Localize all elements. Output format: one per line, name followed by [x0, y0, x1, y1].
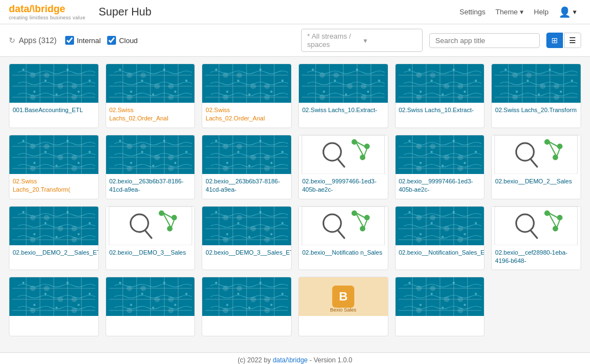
svg-point-152 [55, 165, 57, 167]
app-card[interactable]: 02.Swiss Lachs_02.Order_Anal [106, 64, 196, 128]
app-card[interactable] [9, 277, 99, 336]
cloud-checkbox[interactable] [107, 36, 116, 45]
svg-point-351 [55, 307, 57, 309]
svg-point-106 [475, 80, 477, 82]
svg-point-65 [271, 91, 273, 93]
app-label: 02.bexio__DEMO_2__Sales_ETL [9, 245, 98, 265]
internal-filter[interactable]: Internal [65, 36, 101, 45]
app-card[interactable]: 001.BaseAccounting_ETL [9, 64, 99, 128]
svg-point-153 [77, 162, 80, 164]
app-card[interactable]: 02.bexio__DEMO_2__Sales_ETL [9, 206, 99, 271]
svg-point-258 [55, 236, 57, 238]
top-navigation: data/\bridge creating limitless business… [0, 0, 590, 24]
app-thumbnail [492, 135, 581, 174]
svg-point-201 [352, 140, 356, 144]
svg-point-234 [554, 155, 558, 160]
app-thumbnail [299, 207, 388, 245]
svg-point-364 [140, 286, 146, 291]
svg-point-350 [33, 304, 35, 306]
footer-link[interactable]: data/\bridge [273, 356, 308, 364]
svg-point-38 [141, 80, 143, 82]
filter-bar: ↻ Apps (312) Internal Cloud * All stream… [0, 24, 590, 57]
app-card[interactable]: 02.Swiss Lachs_10.Extract- [395, 64, 485, 128]
app-label: 02.bexio__Notification_Sales_ETL [396, 245, 484, 265]
svg-point-11 [44, 72, 49, 78]
app-card[interactable]: 02.bexio__DEMO_3__Sales_ETL [202, 206, 292, 271]
svg-point-296 [360, 226, 365, 231]
theme-button[interactable]: Theme ▾ [491, 6, 528, 18]
app-card[interactable] [395, 277, 485, 336]
internal-checkbox[interactable] [65, 36, 74, 45]
svg-point-87 [367, 91, 369, 93]
app-card[interactable]: 02.Swiss Lachs_20.Transform [491, 64, 581, 128]
svg-rect-260 [109, 207, 192, 245]
svg-point-104 [430, 80, 433, 82]
app-label [202, 316, 291, 336]
app-card[interactable]: B Bexio Sales [298, 277, 388, 336]
svg-point-315 [408, 211, 410, 213]
svg-point-172 [185, 151, 187, 153]
svg-point-289 [249, 236, 251, 238]
svg-point-197 [271, 162, 273, 164]
app-label: 02.bexio__DEMO_3__Sales_ETL [202, 245, 291, 265]
app-thumbnail [396, 207, 484, 245]
apps-grid-container[interactable]: 001.BaseAccounting_ETL [0, 57, 590, 352]
theme-label: Theme [496, 8, 518, 16]
streams-dropdown[interactable]: * All streams / spaces ▾ [301, 29, 423, 52]
svg-point-121 [526, 72, 532, 78]
app-card[interactable]: 02.bexio__263b6b37-8186-41cd-a9ea- [202, 135, 292, 199]
settings-link[interactable]: Settings [454, 6, 491, 18]
svg-point-418 [452, 282, 455, 284]
svg-point-319 [419, 233, 422, 235]
svg-point-259 [77, 233, 80, 235]
app-card[interactable]: 02.bexio__cef28980-1eba-4196-b648- [491, 206, 581, 271]
refresh-icon[interactable]: ↻ [9, 36, 15, 45]
svg-point-325 [545, 211, 550, 215]
app-card[interactable]: 02.Swiss Lachs_02.Order_Anal [202, 64, 292, 128]
list-view-button[interactable]: ☰ [564, 33, 581, 48]
help-link[interactable]: Help [528, 6, 554, 18]
app-card[interactable]: 02.bexio__Notificatio n_Sales [298, 206, 388, 271]
logo-brand: data [9, 3, 29, 14]
svg-point-149 [66, 140, 69, 142]
svg-point-327 [554, 226, 558, 231]
svg-point-171 [163, 140, 165, 142]
cloud-filter[interactable]: Cloud [107, 36, 138, 45]
app-thumbnail [202, 135, 291, 174]
svg-point-396 [271, 304, 273, 306]
svg-point-18 [88, 80, 91, 82]
svg-point-264 [172, 215, 176, 220]
app-count-label: Apps (312) [19, 36, 56, 45]
svg-point-193 [260, 140, 262, 142]
svg-point-263 [159, 211, 164, 215]
app-label: 02.Swiss Lachs_10.Extract- [299, 103, 388, 123]
logo-text: data/\bridge [9, 3, 85, 15]
app-thumbnail [106, 277, 195, 316]
svg-point-286 [260, 211, 262, 213]
svg-point-128 [571, 80, 573, 82]
svg-point-107 [419, 91, 422, 93]
app-card[interactable]: 02.bexio__DEMO_3__Sales [106, 206, 196, 271]
app-card[interactable]: 02.bexio__99997466-1ed3-405b-ae2c- [395, 135, 485, 199]
app-card[interactable]: 02.Swiss Lachs_10.Extract- [298, 64, 388, 128]
svg-point-374 [174, 304, 176, 306]
svg-point-222 [408, 140, 410, 142]
svg-point-81 [312, 68, 314, 71]
app-card[interactable] [106, 277, 196, 336]
svg-point-395 [249, 307, 251, 309]
app-card[interactable]: 02.Swiss Lachs_20.Transform( [9, 135, 99, 199]
app-thumbnail [492, 207, 581, 245]
app-card[interactable]: 02.bexio__99997466-1ed3-405b-ae2c- [298, 135, 388, 199]
search-input[interactable] [435, 36, 534, 45]
svg-point-372 [130, 304, 132, 306]
footer: (c) 2022 by data/\bridge - Version 1.0.0 [0, 352, 590, 364]
svg-point-103 [408, 68, 410, 71]
grid-view-button[interactable]: ⊞ [546, 33, 563, 48]
app-card[interactable]: 02.bexio__263b6b37-8186-41cd-a9ea- [106, 135, 196, 199]
svg-point-55 [237, 72, 243, 78]
user-menu-button[interactable]: 👤 ▾ [554, 4, 581, 20]
svg-point-62 [282, 80, 284, 82]
app-card[interactable] [202, 277, 292, 336]
app-card[interactable]: 02.bexio__Notification_Sales_ETL [395, 206, 485, 271]
app-card[interactable]: 02.bexio__DEMO_2__Sales [491, 135, 581, 199]
